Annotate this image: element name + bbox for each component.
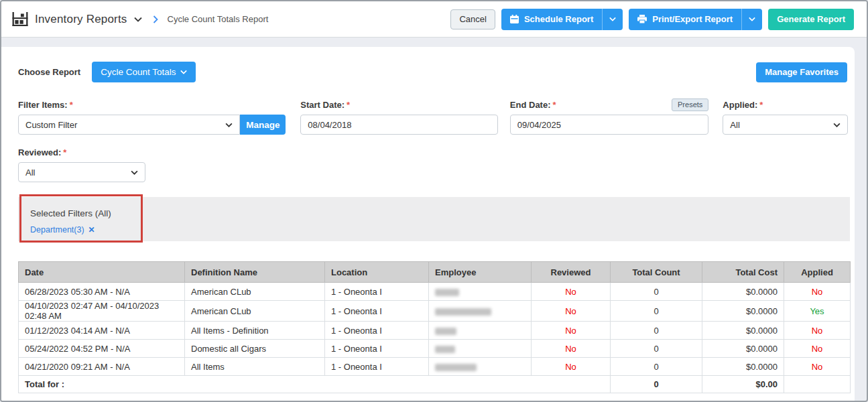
cell-applied: Yes <box>784 301 851 322</box>
cell-applied: No <box>784 283 851 301</box>
cell-date: 06/28/2023 05:30 AM - N/A <box>19 283 185 301</box>
cell-total-count: 0 <box>611 340 702 358</box>
col-employee[interactable]: Employee <box>429 262 532 283</box>
total-label: Total for : <box>19 376 611 393</box>
cell-date: 01/12/2023 04:14 AM - N/A <box>19 322 185 340</box>
cell-reviewed: No <box>532 322 611 340</box>
filter-chip-label[interactable]: Department(3) <box>30 225 84 234</box>
table-footer: Total for : 0 $0.00 <box>19 376 851 393</box>
applied-label: Applied: <box>723 100 757 110</box>
cell-reviewed: No <box>532 301 611 322</box>
cell-total-count: 0 <box>611 358 702 376</box>
chevron-down-icon <box>225 123 233 127</box>
total-cost-value: $0.00 <box>702 376 784 393</box>
cell-definition-name: American CLub <box>185 301 325 322</box>
cell-location: 1 - Oneonta I <box>325 340 429 358</box>
cell-date: 04/21/2020 09:21 AM - N/A <box>19 358 185 376</box>
report-type-dropdown[interactable]: Cycle Count Totals <box>92 62 196 82</box>
presets-button[interactable]: Presets <box>672 98 708 111</box>
col-reviewed[interactable]: Reviewed <box>532 262 611 283</box>
chevron-down-icon[interactable] <box>134 17 142 22</box>
start-date-label: Start Date: <box>300 100 345 110</box>
cell-total-count: 0 <box>611 283 702 301</box>
end-date-input[interactable] <box>510 115 709 135</box>
cell-reviewed: No <box>532 358 611 376</box>
col-definition-name[interactable]: Definition Name <box>185 262 325 283</box>
cell-applied: No <box>784 358 851 376</box>
schedule-report-dropdown[interactable] <box>602 9 623 30</box>
chevron-down-icon <box>131 170 138 175</box>
inventory-shelf-icon <box>12 12 28 26</box>
print-export-dropdown[interactable] <box>741 9 762 30</box>
cancel-button[interactable]: Cancel <box>450 9 495 29</box>
start-date-input[interactable] <box>300 115 498 135</box>
col-location[interactable]: Location <box>325 262 429 283</box>
applied-select[interactable]: All <box>723 115 848 135</box>
required-marker: * <box>347 100 350 110</box>
total-row: Total for : 0 $0.00 <box>19 376 851 393</box>
col-total-count[interactable]: Total Count <box>611 262 702 283</box>
choose-report-label: Choose Report <box>18 67 80 77</box>
cell-date: 04/10/2023 02:47 AM - 04/10/2023 02:48 A… <box>19 301 185 322</box>
total-applied-empty <box>784 376 851 393</box>
top-bar: Inventory Reports Cycle Count Totals Rep… <box>1 1 867 38</box>
required-marker: * <box>553 100 556 110</box>
cell-employee <box>429 358 532 376</box>
redacted-employee-name <box>435 308 491 316</box>
filter-items-label: Filter Items: <box>18 100 68 110</box>
cell-location: 1 - Oneonta I <box>325 283 429 301</box>
page-title[interactable]: Inventory Reports <box>35 13 127 26</box>
cell-definition-name: All Items <box>185 358 325 376</box>
calendar-icon <box>510 15 519 23</box>
col-applied[interactable]: Applied <box>784 262 851 283</box>
report-panel: Choose Report Cycle Count Totals Manage … <box>1 47 855 402</box>
cell-reviewed: No <box>532 340 611 358</box>
filter-chip[interactable]: Department(3) ✕ <box>30 225 850 234</box>
report-type-selected: Cycle Count Totals <box>101 67 176 77</box>
manage-filter-button[interactable]: Manage <box>240 115 286 135</box>
print-export-report-button[interactable]: Print/Export Report <box>629 9 762 30</box>
required-marker: * <box>759 100 763 110</box>
chevron-down-icon <box>180 70 187 74</box>
cell-employee <box>429 322 532 340</box>
col-date[interactable]: Date <box>19 262 185 283</box>
filter-items-value: Custom Filter <box>25 120 225 130</box>
filter-items-select[interactable]: Custom Filter <box>18 115 240 135</box>
redacted-employee-name <box>435 328 456 335</box>
table-row: 04/21/2020 09:21 AM - N/AAll Items1 - On… <box>19 358 851 376</box>
remove-filter-icon[interactable]: ✕ <box>88 225 95 234</box>
choose-report-row: Choose Report Cycle Count Totals Manage … <box>18 62 848 82</box>
table-header: Date Definition Name Location Employee R… <box>19 262 851 283</box>
toolbar: Cancel Schedule Report <box>450 9 854 30</box>
breadcrumb: Inventory Reports Cycle Count Totals Rep… <box>12 12 268 26</box>
main-area: Choose Report Cycle Count Totals Manage … <box>1 38 867 402</box>
manage-favorites-button[interactable]: Manage Favorites <box>756 62 847 82</box>
cell-total-count: 0 <box>611 301 702 322</box>
required-marker: * <box>70 100 73 110</box>
cell-total-count: 0 <box>611 322 702 340</box>
filter-items-field: Filter Items: * Custom Filter Manage <box>18 99 286 135</box>
cell-definition-name: Domestic all Cigars <box>185 340 325 358</box>
reviewed-field: Reviewed: * All <box>18 147 145 182</box>
col-total-cost[interactable]: Total Cost <box>702 262 784 283</box>
cell-location: 1 - Oneonta I <box>325 358 429 376</box>
cell-applied: No <box>784 322 851 340</box>
results-table: Date Definition Name Location Employee R… <box>18 261 851 393</box>
redacted-employee-name <box>435 289 459 296</box>
table-row: 05/24/2022 04:52 PM - N/ADomestic all Ci… <box>19 340 851 358</box>
schedule-report-button[interactable]: Schedule Report <box>501 9 623 30</box>
table-row: 06/28/2023 05:30 AM - N/AAmerican CLub1 … <box>19 283 851 301</box>
cell-total-cost: $0.0000 <box>702 301 784 322</box>
cell-employee <box>429 340 532 358</box>
redacted-employee-name <box>435 364 477 371</box>
table-row: 01/12/2023 04:14 AM - N/AAll Items - Def… <box>19 322 851 340</box>
cell-applied: No <box>784 340 851 358</box>
table-row: 04/10/2023 02:47 AM - 04/10/2023 02:48 A… <box>19 301 851 322</box>
reviewed-value: All <box>25 168 131 178</box>
cell-employee <box>429 301 532 322</box>
reviewed-select[interactable]: All <box>18 162 145 182</box>
cell-total-cost: $0.0000 <box>702 283 784 301</box>
breadcrumb-current: Cycle Count Totals Report <box>168 14 269 24</box>
generate-report-button[interactable]: Generate Report <box>768 9 854 30</box>
redacted-employee-name <box>435 346 455 353</box>
